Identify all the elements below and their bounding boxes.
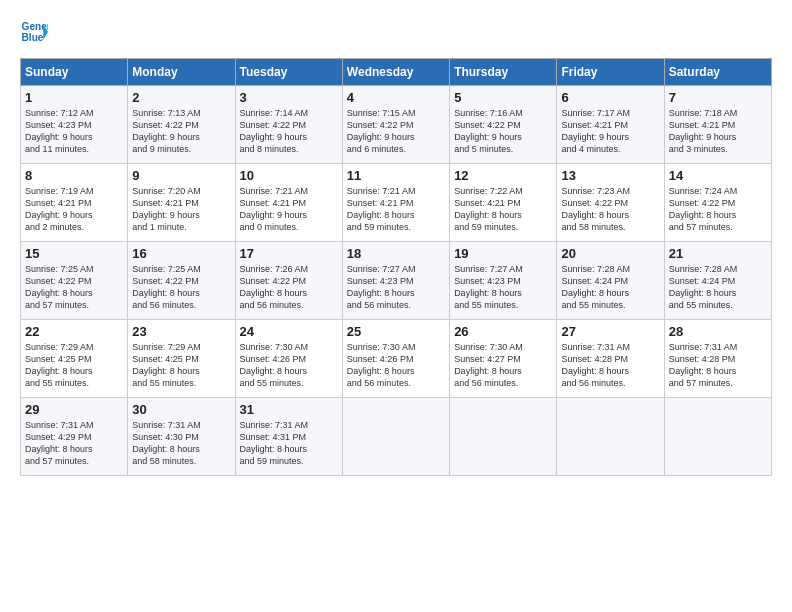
day-number: 14 — [669, 168, 767, 183]
day-number: 25 — [347, 324, 445, 339]
calendar-cell: 25Sunrise: 7:30 AMSunset: 4:26 PMDayligh… — [342, 320, 449, 398]
cell-info: Sunrise: 7:23 AMSunset: 4:22 PMDaylight:… — [561, 185, 659, 234]
cell-info: Sunrise: 7:22 AMSunset: 4:21 PMDaylight:… — [454, 185, 552, 234]
header: General Blue — [20, 18, 772, 46]
calendar-cell: 8Sunrise: 7:19 AMSunset: 4:21 PMDaylight… — [21, 164, 128, 242]
calendar-cell: 19Sunrise: 7:27 AMSunset: 4:23 PMDayligh… — [450, 242, 557, 320]
day-number: 24 — [240, 324, 338, 339]
day-number: 23 — [132, 324, 230, 339]
week-row-4: 22Sunrise: 7:29 AMSunset: 4:25 PMDayligh… — [21, 320, 772, 398]
calendar-cell: 20Sunrise: 7:28 AMSunset: 4:24 PMDayligh… — [557, 242, 664, 320]
week-row-2: 8Sunrise: 7:19 AMSunset: 4:21 PMDaylight… — [21, 164, 772, 242]
cell-info: Sunrise: 7:25 AMSunset: 4:22 PMDaylight:… — [25, 263, 123, 312]
calendar-cell: 27Sunrise: 7:31 AMSunset: 4:28 PMDayligh… — [557, 320, 664, 398]
calendar-cell: 17Sunrise: 7:26 AMSunset: 4:22 PMDayligh… — [235, 242, 342, 320]
day-number: 8 — [25, 168, 123, 183]
calendar-cell — [664, 398, 771, 476]
cell-info: Sunrise: 7:31 AMSunset: 4:28 PMDaylight:… — [561, 341, 659, 390]
day-number: 13 — [561, 168, 659, 183]
calendar-cell: 31Sunrise: 7:31 AMSunset: 4:31 PMDayligh… — [235, 398, 342, 476]
cell-info: Sunrise: 7:14 AMSunset: 4:22 PMDaylight:… — [240, 107, 338, 156]
cell-info: Sunrise: 7:27 AMSunset: 4:23 PMDaylight:… — [347, 263, 445, 312]
week-row-1: 1Sunrise: 7:12 AMSunset: 4:23 PMDaylight… — [21, 86, 772, 164]
calendar-cell: 18Sunrise: 7:27 AMSunset: 4:23 PMDayligh… — [342, 242, 449, 320]
cell-info: Sunrise: 7:31 AMSunset: 4:29 PMDaylight:… — [25, 419, 123, 468]
cell-info: Sunrise: 7:21 AMSunset: 4:21 PMDaylight:… — [347, 185, 445, 234]
day-number: 20 — [561, 246, 659, 261]
calendar-cell: 3Sunrise: 7:14 AMSunset: 4:22 PMDaylight… — [235, 86, 342, 164]
week-row-5: 29Sunrise: 7:31 AMSunset: 4:29 PMDayligh… — [21, 398, 772, 476]
calendar-cell: 11Sunrise: 7:21 AMSunset: 4:21 PMDayligh… — [342, 164, 449, 242]
cell-info: Sunrise: 7:20 AMSunset: 4:21 PMDaylight:… — [132, 185, 230, 234]
header-row: SundayMondayTuesdayWednesdayThursdayFrid… — [21, 59, 772, 86]
day-number: 10 — [240, 168, 338, 183]
header-cell-wednesday: Wednesday — [342, 59, 449, 86]
calendar-cell: 12Sunrise: 7:22 AMSunset: 4:21 PMDayligh… — [450, 164, 557, 242]
day-number: 17 — [240, 246, 338, 261]
cell-info: Sunrise: 7:25 AMSunset: 4:22 PMDaylight:… — [132, 263, 230, 312]
day-number: 22 — [25, 324, 123, 339]
calendar-cell: 4Sunrise: 7:15 AMSunset: 4:22 PMDaylight… — [342, 86, 449, 164]
cell-info: Sunrise: 7:31 AMSunset: 4:31 PMDaylight:… — [240, 419, 338, 468]
day-number: 12 — [454, 168, 552, 183]
calendar-cell: 28Sunrise: 7:31 AMSunset: 4:28 PMDayligh… — [664, 320, 771, 398]
day-number: 26 — [454, 324, 552, 339]
calendar-table: SundayMondayTuesdayWednesdayThursdayFrid… — [20, 58, 772, 476]
cell-info: Sunrise: 7:27 AMSunset: 4:23 PMDaylight:… — [454, 263, 552, 312]
header-cell-tuesday: Tuesday — [235, 59, 342, 86]
cell-info: Sunrise: 7:26 AMSunset: 4:22 PMDaylight:… — [240, 263, 338, 312]
week-row-3: 15Sunrise: 7:25 AMSunset: 4:22 PMDayligh… — [21, 242, 772, 320]
calendar-cell: 14Sunrise: 7:24 AMSunset: 4:22 PMDayligh… — [664, 164, 771, 242]
day-number: 15 — [25, 246, 123, 261]
calendar-cell: 21Sunrise: 7:28 AMSunset: 4:24 PMDayligh… — [664, 242, 771, 320]
calendar-cell: 10Sunrise: 7:21 AMSunset: 4:21 PMDayligh… — [235, 164, 342, 242]
logo: General Blue — [20, 18, 48, 46]
header-cell-friday: Friday — [557, 59, 664, 86]
day-number: 1 — [25, 90, 123, 105]
calendar-cell — [342, 398, 449, 476]
cell-info: Sunrise: 7:21 AMSunset: 4:21 PMDaylight:… — [240, 185, 338, 234]
cell-info: Sunrise: 7:24 AMSunset: 4:22 PMDaylight:… — [669, 185, 767, 234]
calendar-cell: 2Sunrise: 7:13 AMSunset: 4:22 PMDaylight… — [128, 86, 235, 164]
svg-text:Blue: Blue — [22, 32, 44, 43]
cell-info: Sunrise: 7:15 AMSunset: 4:22 PMDaylight:… — [347, 107, 445, 156]
header-cell-saturday: Saturday — [664, 59, 771, 86]
calendar-cell: 23Sunrise: 7:29 AMSunset: 4:25 PMDayligh… — [128, 320, 235, 398]
cell-info: Sunrise: 7:30 AMSunset: 4:26 PMDaylight:… — [240, 341, 338, 390]
cell-info: Sunrise: 7:29 AMSunset: 4:25 PMDaylight:… — [132, 341, 230, 390]
cell-info: Sunrise: 7:13 AMSunset: 4:22 PMDaylight:… — [132, 107, 230, 156]
day-number: 30 — [132, 402, 230, 417]
day-number: 29 — [25, 402, 123, 417]
cell-info: Sunrise: 7:19 AMSunset: 4:21 PMDaylight:… — [25, 185, 123, 234]
calendar-cell: 15Sunrise: 7:25 AMSunset: 4:22 PMDayligh… — [21, 242, 128, 320]
day-number: 21 — [669, 246, 767, 261]
cell-info: Sunrise: 7:28 AMSunset: 4:24 PMDaylight:… — [561, 263, 659, 312]
calendar-cell: 30Sunrise: 7:31 AMSunset: 4:30 PMDayligh… — [128, 398, 235, 476]
cell-info: Sunrise: 7:18 AMSunset: 4:21 PMDaylight:… — [669, 107, 767, 156]
cell-info: Sunrise: 7:12 AMSunset: 4:23 PMDaylight:… — [25, 107, 123, 156]
day-number: 7 — [669, 90, 767, 105]
day-number: 2 — [132, 90, 230, 105]
calendar-cell: 22Sunrise: 7:29 AMSunset: 4:25 PMDayligh… — [21, 320, 128, 398]
calendar-cell: 6Sunrise: 7:17 AMSunset: 4:21 PMDaylight… — [557, 86, 664, 164]
calendar-cell: 24Sunrise: 7:30 AMSunset: 4:26 PMDayligh… — [235, 320, 342, 398]
day-number: 9 — [132, 168, 230, 183]
calendar-cell: 9Sunrise: 7:20 AMSunset: 4:21 PMDaylight… — [128, 164, 235, 242]
header-cell-thursday: Thursday — [450, 59, 557, 86]
page: General Blue SundayMondayTuesdayWednesda… — [0, 0, 792, 486]
calendar-cell: 26Sunrise: 7:30 AMSunset: 4:27 PMDayligh… — [450, 320, 557, 398]
day-number: 27 — [561, 324, 659, 339]
header-cell-monday: Monday — [128, 59, 235, 86]
day-number: 28 — [669, 324, 767, 339]
day-number: 4 — [347, 90, 445, 105]
logo-icon: General Blue — [20, 18, 48, 46]
cell-info: Sunrise: 7:28 AMSunset: 4:24 PMDaylight:… — [669, 263, 767, 312]
header-cell-sunday: Sunday — [21, 59, 128, 86]
day-number: 31 — [240, 402, 338, 417]
cell-info: Sunrise: 7:31 AMSunset: 4:30 PMDaylight:… — [132, 419, 230, 468]
calendar-cell: 29Sunrise: 7:31 AMSunset: 4:29 PMDayligh… — [21, 398, 128, 476]
calendar-cell — [450, 398, 557, 476]
calendar-cell: 1Sunrise: 7:12 AMSunset: 4:23 PMDaylight… — [21, 86, 128, 164]
day-number: 18 — [347, 246, 445, 261]
calendar-cell: 13Sunrise: 7:23 AMSunset: 4:22 PMDayligh… — [557, 164, 664, 242]
